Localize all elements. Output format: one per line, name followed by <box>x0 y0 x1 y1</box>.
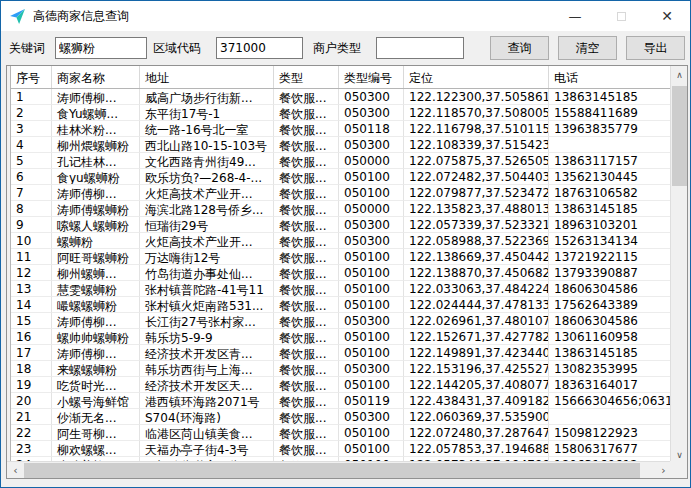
scroll-left-arrow-icon[interactable]: ‹ <box>7 462 24 479</box>
table-cell[interactable]: 20 <box>11 393 52 409</box>
table-cell[interactable]: 餐饮服... <box>274 329 339 345</box>
table-row[interactable]: 18来螺螺蛳粉韩乐坊西街与上海...餐饮服...050300122.153196… <box>11 361 672 377</box>
table-cell[interactable]: 050300 <box>339 361 404 377</box>
table-cell[interactable]: 15098122923 <box>549 425 672 441</box>
table-cell[interactable]: 18763106582 <box>549 185 672 201</box>
table-cell[interactable]: 050100 <box>339 265 404 281</box>
table-cell[interactable]: 餐饮服... <box>274 89 339 105</box>
table-cell[interactable]: 122.024444,37.478133 <box>404 297 549 313</box>
table-row[interactable]: 3桂林米粉...统一路-16号北一室餐饮服...050118122.116798… <box>11 121 672 137</box>
column-header[interactable]: 定位 <box>404 66 549 88</box>
table-row[interactable]: 11阿旺哥螺蛳粉万达嗨街12号餐饮服...050100122.138669,37… <box>11 249 672 265</box>
table-cell[interactable]: 韩乐坊5-9-9 <box>140 329 274 345</box>
table-cell[interactable]: 17 <box>11 345 52 361</box>
table-cell[interactable]: 13863145185 <box>549 345 672 361</box>
table-row[interactable]: 21仯渐无名...S704(环海路)餐饮服...050300122.060369… <box>11 409 672 425</box>
table-cell[interactable]: 122.116798,37.510115 <box>404 121 549 137</box>
table-cell[interactable]: 餐饮服... <box>274 377 339 393</box>
table-cell[interactable]: 050300 <box>339 137 404 153</box>
table-cell[interactable]: 吃货时光... <box>52 377 140 393</box>
table-row[interactable]: 4柳州煨螺蛳粉西北山路10-15-103号餐饮服...050300122.108… <box>11 137 672 153</box>
table-row[interactable]: 7涛师傅柳...火炬高技术产业开...餐饮服...050100122.07987… <box>11 185 672 201</box>
table-cell[interactable]: 火炬高技术产业开... <box>140 185 274 201</box>
table-cell[interactable]: 涛师傅柳... <box>52 89 140 105</box>
table-cell[interactable]: 050300 <box>339 105 404 121</box>
table-cell[interactable]: 餐饮服... <box>274 345 339 361</box>
column-header[interactable]: 类型 <box>274 66 339 88</box>
table-cell[interactable]: 19 <box>11 377 52 393</box>
table-cell[interactable]: 13 <box>11 281 52 297</box>
table-cell[interactable]: 万达嗨街12号 <box>140 249 274 265</box>
table-cell[interactable]: 3 <box>11 121 52 137</box>
table-cell[interactable]: 仯渐无名... <box>52 409 140 425</box>
table-cell[interactable]: 13793390887 <box>549 265 672 281</box>
table-cell[interactable]: 8 <box>11 201 52 217</box>
table-cell[interactable]: 18363164017 <box>549 377 672 393</box>
table-cell[interactable]: 4 <box>11 137 52 153</box>
table-cell[interactable]: 慧雯螺蛳粉 <box>52 281 140 297</box>
table-cell[interactable]: 6 <box>11 169 52 185</box>
table-cell[interactable]: 餐饮服... <box>274 313 339 329</box>
table-row[interactable]: 13慧雯螺蛳粉张村镇普陀路-41号11餐饮服...050100122.03306… <box>11 281 672 297</box>
table-cell[interactable]: 122.152671,37.427782 <box>404 329 549 345</box>
table-cell[interactable]: 21 <box>11 409 52 425</box>
table-cell[interactable]: 15806317677 <box>549 441 672 457</box>
table-cell[interactable]: 122.118570,37.508005 <box>404 105 549 121</box>
table-row[interactable]: 15涛师傅柳...长江街27号张村家...餐饮服...050300122.026… <box>11 313 672 329</box>
table-cell[interactable]: 122.138669,37.450442 <box>404 249 549 265</box>
table-cell[interactable]: 餐饮服... <box>274 233 339 249</box>
table-cell[interactable]: 050100 <box>339 169 404 185</box>
table-cell[interactable]: 18606304586 <box>549 313 672 329</box>
table-cell[interactable]: 火炬高技术产业开... <box>140 233 274 249</box>
table-cell[interactable]: 13082353995 <box>549 361 672 377</box>
vertical-scroll-thumb[interactable] <box>672 86 687 186</box>
table-cell[interactable]: 餐饮服... <box>274 297 339 313</box>
area-code-input[interactable] <box>216 37 303 59</box>
table-cell[interactable]: 10 <box>11 233 52 249</box>
table-cell[interactable]: 来螺螺蛳粉 <box>52 361 140 377</box>
table-cell[interactable]: 050300 <box>339 233 404 249</box>
table-cell[interactable]: 122.079877,37.523472 <box>404 185 549 201</box>
table-row[interactable]: 22阿生哥柳...临港区苘山镇美食...餐饮服...050100122.0724… <box>11 425 672 441</box>
close-button[interactable]: ✕ <box>644 1 690 31</box>
table-row[interactable]: 19吃货时光...经济技术开发区天...餐饮服...050100122.1442… <box>11 377 672 393</box>
table-cell[interactable]: 9 <box>11 217 52 233</box>
merchant-type-input[interactable] <box>376 37 464 59</box>
table-cell[interactable]: 阿生哥柳... <box>52 425 140 441</box>
table-cell[interactable]: 050300 <box>339 89 404 105</box>
table-cell[interactable]: 餐饮服... <box>274 105 339 121</box>
table-cell[interactable]: 16 <box>11 329 52 345</box>
table-cell[interactable]: 15263134134 <box>549 233 672 249</box>
table-cell[interactable]: 餐饮服... <box>274 361 339 377</box>
table-cell[interactable] <box>549 137 672 153</box>
table-cell[interactable]: 嘬螺螺蛳粉 <box>52 297 140 313</box>
table-cell[interactable]: 2 <box>11 105 52 121</box>
table-cell[interactable]: 122.060369,37.535900 <box>404 409 549 425</box>
table-cell[interactable]: 临港区苘山镇美食... <box>140 425 274 441</box>
column-header[interactable]: 类型编号 <box>339 66 404 88</box>
table-cell[interactable]: 餐饮服... <box>274 249 339 265</box>
table-cell[interactable]: 1 <box>11 89 52 105</box>
table-cell[interactable]: 韩乐坊西街与上海... <box>140 361 274 377</box>
table-cell[interactable]: 17562643389 <box>549 297 672 313</box>
table-cell[interactable]: 122.057853,37.194688 <box>404 441 549 457</box>
minimize-button[interactable]: — <box>552 1 598 31</box>
column-header[interactable]: 序号 <box>11 66 52 88</box>
table-cell[interactable]: 餐饮服... <box>274 265 339 281</box>
table-cell[interactable]: 050100 <box>339 441 404 457</box>
table-cell[interactable]: 桂林米粉... <box>52 121 140 137</box>
table-cell[interactable]: 柳州煨螺蛳粉 <box>52 137 140 153</box>
table-cell[interactable]: 18963103201 <box>549 217 672 233</box>
table-row[interactable]: 20小螺号海鲜馆港西镇环海路2071号餐饮服...050119122.43843… <box>11 393 672 409</box>
table-cell[interactable]: 122.108339,37.515423 <box>404 137 549 153</box>
table-cell[interactable]: 13562130445 <box>549 169 672 185</box>
table-cell[interactable]: 嗦螺人螺蛳粉 <box>52 217 140 233</box>
table-cell[interactable]: 餐饮服... <box>274 121 339 137</box>
table-row[interactable]: 9嗦螺人螺蛳粉恒瑞街29号餐饮服...050300122.057339,37.5… <box>11 217 672 233</box>
table-cell[interactable]: 050100 <box>339 281 404 297</box>
table-cell[interactable]: 餐饮服... <box>274 425 339 441</box>
table-cell[interactable]: 050118 <box>339 121 404 137</box>
table-cell[interactable]: 经济技术开发区青... <box>140 345 274 361</box>
table-row[interactable]: 1涛师傅柳...威高广场步行街新...餐饮服...050300122.12230… <box>11 89 672 105</box>
table-cell[interactable]: 122.058988,37.522369 <box>404 233 549 249</box>
